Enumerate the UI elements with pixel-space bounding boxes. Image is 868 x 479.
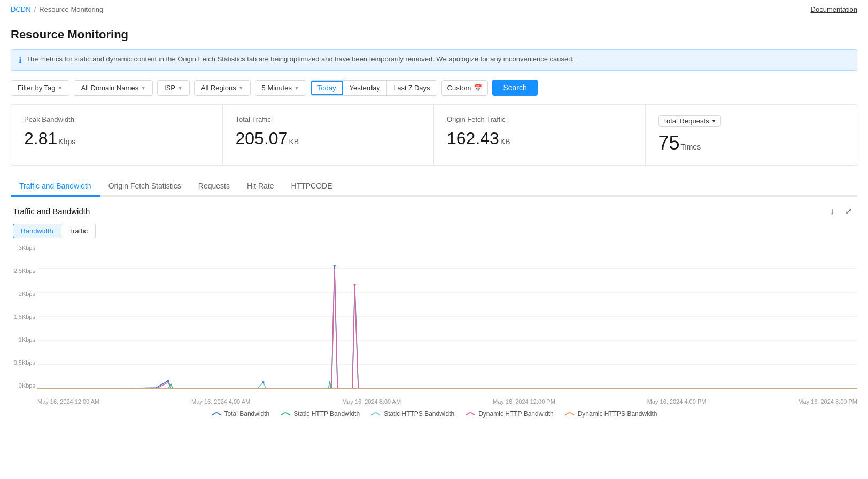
breadcrumb: DCDN / Resource Monitoring: [11, 5, 103, 13]
total-traffic-card: Total Traffic 205.07KB: [223, 105, 435, 165]
chart-area: [37, 245, 857, 389]
tab-httpcode[interactable]: HTTPCODE: [283, 176, 341, 197]
chevron-down-icon: ▼: [711, 118, 717, 124]
tab-requests[interactable]: Requests: [190, 176, 238, 197]
bandwidth-sub-tab[interactable]: Bandwidth: [13, 224, 61, 238]
chevron-down-icon: ▼: [141, 85, 146, 91]
chart-svg: [37, 245, 857, 389]
origin-fetch-value: 162.43KB: [447, 129, 632, 148]
total-traffic-value: 205.07KB: [236, 129, 421, 148]
chevron-down-icon: ▼: [294, 85, 299, 91]
legend-static-http-icon: [280, 411, 291, 417]
chevron-down-icon: ▼: [58, 85, 63, 91]
last-7-days-button[interactable]: Last 7 Days: [387, 81, 437, 95]
total-requests-label: Total Requests ▼: [658, 115, 844, 127]
y-label-0kbps: 0Kbps: [11, 382, 35, 389]
origin-fetch-label: Origin Fetch Traffic: [447, 115, 632, 123]
y-label-0.5kbps: 0.5Kbps: [11, 359, 35, 366]
metrics-row: Peak Bandwidth 2.81Kbps Total Traffic 20…: [11, 104, 857, 166]
info-icon: ℹ: [19, 56, 22, 65]
time-range-group: Today Yesterday Last 7 Days: [311, 80, 437, 96]
download-button[interactable]: ↓: [827, 205, 838, 217]
x-axis: May 16, 2024 12:00 AM May 16, 2024 4:00 …: [37, 389, 857, 405]
five-minutes-button[interactable]: 5 Minutes ▼: [255, 80, 306, 96]
yesterday-button[interactable]: Yesterday: [343, 81, 387, 95]
chevron-down-icon: ▼: [238, 85, 244, 91]
svg-point-10: [353, 284, 355, 286]
banner-text: The metrics for static and dynamic conte…: [26, 55, 574, 63]
chart-actions: ↓ ⤢: [827, 205, 855, 217]
legend-total-bandwidth-icon: [211, 411, 222, 417]
legend-static-https-icon: [370, 411, 381, 417]
y-label-2kbps: 2Kbps: [11, 290, 35, 297]
expand-button[interactable]: ⤢: [842, 205, 855, 217]
breadcrumb-parent[interactable]: DCDN: [11, 5, 31, 13]
main-tabs: Traffic and Bandwidth Origin Fetch Stati…: [11, 176, 857, 197]
peak-bandwidth-value: 2.81Kbps: [24, 129, 210, 148]
page-content: Resource Monitoring ℹ The metrics for st…: [0, 19, 868, 437]
filter-by-tag-button[interactable]: Filter by Tag ▼: [11, 80, 69, 96]
info-banner: ℹ The metrics for static and dynamic con…: [11, 49, 857, 71]
legend-dynamic-https-icon: [564, 411, 575, 417]
chart-header: Traffic and Bandwidth ↓ ⤢: [11, 205, 857, 217]
tab-origin-fetch[interactable]: Origin Fetch Statistics: [100, 176, 190, 197]
chevron-down-icon: ▼: [177, 85, 183, 91]
tab-hit-rate[interactable]: Hit Rate: [238, 176, 283, 197]
x-label-8pm: May 16, 2024 8:00 PM: [798, 398, 857, 405]
origin-fetch-card: Origin Fetch Traffic 162.43KB: [434, 105, 646, 165]
svg-point-7: [167, 380, 169, 382]
filter-bar: Filter by Tag ▼ All Domain Names ▼ ISP ▼…: [11, 80, 857, 96]
y-label-2.5kbps: 2.5Kbps: [11, 268, 35, 274]
y-label-1kbps: 1Kbps: [11, 336, 35, 343]
breadcrumb-separator: /: [34, 5, 36, 13]
all-regions-button[interactable]: All Regions ▼: [194, 80, 251, 96]
total-requests-card: Total Requests ▼ 75Times: [646, 105, 857, 165]
peak-bandwidth-label: Peak Bandwidth: [24, 115, 210, 123]
total-requests-dropdown[interactable]: Total Requests ▼: [658, 115, 722, 127]
chart-section: Traffic and Bandwidth ↓ ⤢ Bandwidth Traf…: [11, 197, 857, 428]
y-axis: 3Kbps 2.5Kbps 2Kbps 1.5Kbps 1Kbps 0.5Kbp…: [11, 245, 35, 389]
y-label-3kbps: 3Kbps: [11, 245, 35, 251]
custom-date-button[interactable]: Custom 📅: [441, 80, 489, 96]
breadcrumb-current: Resource Monitoring: [39, 5, 103, 13]
x-label-4pm: May 16, 2024 4:00 PM: [647, 398, 707, 405]
today-button[interactable]: Today: [311, 81, 343, 95]
search-button[interactable]: Search: [492, 80, 537, 96]
legend-total-bandwidth: Total Bandwidth: [211, 410, 270, 418]
svg-point-9: [334, 265, 336, 267]
isp-button[interactable]: ISP ▼: [157, 80, 190, 96]
svg-point-8: [262, 381, 264, 383]
total-traffic-label: Total Traffic: [236, 115, 421, 123]
tab-traffic-bandwidth[interactable]: Traffic and Bandwidth: [11, 176, 100, 197]
x-label-midnight: May 16, 2024 12:00 AM: [37, 398, 99, 405]
all-domain-names-button[interactable]: All Domain Names ▼: [74, 80, 153, 96]
legend-dynamic-http-bandwidth: Dynamic HTTP Bandwidth: [465, 410, 554, 418]
legend-static-http-bandwidth: Static HTTP Bandwidth: [280, 410, 360, 418]
documentation-link[interactable]: Documentation: [811, 5, 857, 13]
peak-bandwidth-card: Peak Bandwidth 2.81Kbps: [11, 105, 223, 165]
top-nav: DCDN / Resource Monitoring Documentation: [0, 0, 868, 19]
chart-title: Traffic and Bandwidth: [13, 207, 90, 216]
legend-dynamic-https-bandwidth: Dynamic HTTPS Bandwidth: [564, 410, 657, 418]
total-requests-value: 75Times: [658, 132, 844, 154]
x-label-noon: May 16, 2024 12:00 PM: [493, 398, 555, 405]
chart-sub-tabs: Bandwidth Traffic: [11, 224, 857, 238]
x-label-4am: May 16, 2024 4:00 AM: [191, 398, 250, 405]
legend-dynamic-http-icon: [465, 411, 476, 417]
page-title: Resource Monitoring: [11, 28, 857, 42]
y-label-1.5kbps: 1.5Kbps: [11, 313, 35, 320]
chart-legend: Total Bandwidth Static HTTP Bandwidth St…: [11, 405, 857, 420]
chart-container: 3Kbps 2.5Kbps 2Kbps 1.5Kbps 1Kbps 0.5Kbp…: [11, 245, 857, 405]
traffic-sub-tab[interactable]: Traffic: [61, 224, 96, 238]
legend-static-https-bandwidth: Static HTTPS Bandwidth: [370, 410, 454, 418]
calendar-icon: 📅: [474, 84, 482, 92]
x-label-8am: May 16, 2024 8:00 AM: [342, 398, 401, 405]
